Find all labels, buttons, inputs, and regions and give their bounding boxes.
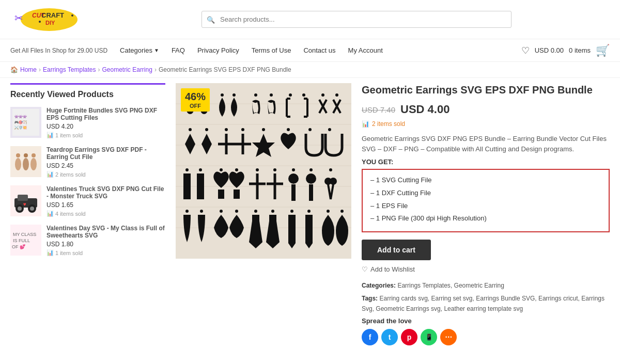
fortnite-thumb-icon: 👾👾👾 🎮🎯🏹 ⚔️🛡️💥 — [12, 107, 39, 138]
product-price: USD 4.20 — [47, 123, 165, 130]
nav-categories[interactable]: Categories ▼ — [115, 43, 164, 57]
svg-point-66 — [235, 168, 238, 171]
product-categories-meta: Categories: Earrings Templates, Geometri… — [362, 281, 610, 291]
svg-text:CRAFT: CRAFT — [41, 11, 64, 19]
items-count: 0 items — [569, 46, 591, 54]
search-icon: 🔍 — [207, 15, 215, 23]
svg-text:OF 💕: OF 💕 — [12, 244, 26, 250]
product-name: Geometric Earrings SVG EPS DXF PNG Bundl… — [362, 83, 610, 97]
svg-rect-75 — [309, 184, 313, 201]
product-thumbnail: ♥ — [10, 185, 41, 216]
nav-faq[interactable]: FAQ — [166, 43, 190, 57]
product-price: USD 2.45 — [47, 162, 165, 169]
scissors-icon: ✂ — [14, 12, 23, 24]
twitter-icon: t — [389, 333, 391, 341]
tags-values: Earring cards svg, Earring set svg, Earr… — [362, 295, 605, 312]
list-item: – 1 EPS File — [370, 201, 601, 212]
list-item: MY CLASS IS FULL OF 💕 Valentines Day SVG… — [10, 225, 165, 256]
nav-terms[interactable]: Terms of Use — [246, 43, 297, 57]
teardrop-thumb-icon — [10, 146, 41, 177]
svg-text:♥: ♥ — [23, 201, 26, 207]
svg-point-11 — [15, 158, 21, 170]
svg-point-69 — [273, 168, 276, 171]
list-item: ♥ Valentines Truck SVG DXF PNG Cut File … — [10, 185, 165, 217]
product-title: Valentines Truck SVG DXF PNG Cut File - … — [47, 185, 165, 200]
chart-icon: 📊 — [47, 210, 54, 217]
wishlist-icon[interactable]: ♡ — [521, 45, 530, 56]
social-buttons: f t p 📱 ⋯ — [362, 329, 610, 345]
nav-bar: Get All Files In Shop for 29.00 USD Cate… — [0, 39, 620, 62]
nav-account[interactable]: My Account — [343, 43, 388, 57]
pinterest-share-button[interactable]: p — [401, 329, 417, 345]
svg-rect-61 — [183, 173, 191, 199]
svg-point-73 — [309, 168, 313, 171]
you-get-label: YOU GET: — [362, 158, 610, 166]
add-to-wishlist-link[interactable]: ♡ Add to Wishlist — [362, 265, 610, 273]
svg-point-12 — [23, 158, 29, 170]
svg-text:MY CLASS: MY CLASS — [13, 232, 36, 237]
svg-point-14 — [16, 153, 20, 157]
chart-icon: 📊 — [47, 249, 54, 256]
breadcrumb-cat[interactable]: Earrings Templates — [43, 66, 96, 73]
cart-icon[interactable]: 🛒 — [596, 44, 610, 57]
product-link[interactable]: Huge Fortnite Bundles SVG PNG DXF EPS Cu… — [47, 107, 157, 121]
svg-point-84 — [235, 210, 238, 213]
chart-icon: 📊 — [47, 171, 54, 178]
product-title: Huge Fortnite Bundles SVG PNG DXF EPS Cu… — [47, 107, 165, 121]
search-input[interactable] — [202, 11, 512, 28]
svg-point-47 — [321, 93, 324, 97]
whatsapp-share-button[interactable]: 📱 — [421, 329, 437, 345]
category-link-geometric[interactable]: Geometric Earring — [454, 282, 504, 289]
svg-point-70 — [292, 168, 295, 171]
product-link[interactable]: Teardrop Earrings SVG DXF PDF - Earring … — [47, 146, 147, 161]
breadcrumb-home[interactable]: Home — [20, 66, 37, 73]
discount-off-label: OFF — [190, 103, 201, 109]
product-price: USD 1.80 — [47, 241, 165, 248]
sale-price: USD 4.00 — [400, 103, 450, 116]
files-list: – 1 SVG Cutting File – 1 DXF Cutting Fil… — [362, 169, 610, 232]
svg-rect-72 — [291, 184, 296, 201]
svg-point-15 — [24, 153, 28, 157]
product-main: 46% OFF 🔍 — [176, 83, 610, 345]
svg-point-89 — [290, 210, 293, 213]
product-tags-meta: Tags: Earring cards svg, Earring set svg… — [362, 294, 610, 313]
svg-point-21 — [18, 207, 22, 211]
top-bar: ✂ CUT CRAFT DIY 🔍 — [0, 0, 620, 39]
facebook-share-button[interactable]: f — [362, 329, 378, 345]
search-bar: 🔍 — [202, 11, 512, 28]
svg-point-87 — [271, 210, 274, 213]
product-info: Huge Fortnite Bundles SVG PNG DXF EPS Cu… — [47, 107, 165, 138]
svg-rect-67 — [234, 189, 240, 199]
product-link[interactable]: Valentines Truck SVG DXF PNG Cut File - … — [47, 185, 164, 200]
share-button[interactable]: ⋯ — [440, 329, 457, 345]
svg-point-5 — [71, 14, 73, 17]
facebook-icon: f — [369, 333, 371, 341]
svg-point-46 — [302, 93, 305, 97]
twitter-share-button[interactable]: t — [381, 329, 398, 345]
add-to-cart-button[interactable]: Add to cart — [362, 240, 431, 260]
svg-rect-88 — [269, 215, 276, 221]
product-link[interactable]: Valentines Day SVG - My Class is Full of… — [47, 225, 165, 239]
pinterest-icon: p — [407, 333, 412, 341]
svg-point-51 — [205, 128, 208, 131]
breadcrumb-subcat[interactable]: Geometric Earring — [102, 66, 152, 73]
category-link-earrings[interactable]: Earrings Templates — [397, 282, 451, 289]
product-price: USD 1.65 — [47, 201, 165, 209]
svg-rect-63 — [197, 173, 204, 199]
breadcrumb: 🏠 Home › Earrings Templates › Geometric … — [0, 62, 620, 78]
svg-rect-19 — [18, 195, 28, 201]
discount-badge: 46% OFF — [181, 88, 210, 112]
logo-svg: ✂ CUT CRAFT DIY — [10, 5, 83, 34]
categories-label: Categories: — [362, 282, 396, 289]
sidebar-title: Recently Viewed Products — [10, 83, 165, 99]
product-thumbnail: 👾👾👾 🎮🎯🏹 ⚔️🛡️💥 — [10, 107, 41, 138]
nav-privacy[interactable]: Privacy Policy — [192, 43, 244, 57]
svg-point-85 — [254, 210, 257, 213]
svg-point-91 — [327, 210, 330, 213]
sold-badge: 📊 1 item sold — [47, 249, 165, 256]
breadcrumb-current: Geometric Earrings SVG EPS DXF PNG Bundl… — [159, 66, 291, 73]
product-info: Valentines Day SVG - My Class is Full of… — [47, 225, 165, 256]
svg-point-76 — [329, 168, 332, 171]
nav-contact[interactable]: Contact us — [298, 43, 340, 57]
logo[interactable]: ✂ CUT CRAFT DIY — [10, 5, 93, 34]
